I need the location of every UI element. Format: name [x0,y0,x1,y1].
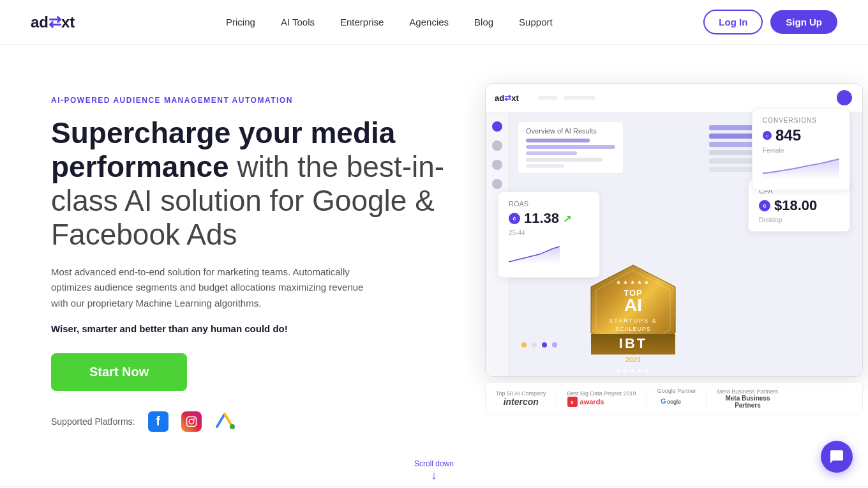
roas-chart [509,241,560,267]
mockup-logo: ad⇄xt [495,93,519,103]
award-google: Google Partner G oogle [657,388,696,409]
scroll-label: Scroll down [414,459,454,468]
scroll-arrow-icon: ↓ [431,469,437,482]
svg-text:SCALEUPS: SCALEUPS [615,326,651,332]
hero-headline: Supercharge your media performance with … [51,116,472,252]
ai-overview-card: Overview of AI Results [518,121,624,174]
svg-text:AI: AI [624,295,642,315]
cpa-sub: Desktop [759,217,839,224]
conversions-label: CONVERSIONS [763,117,839,124]
start-now-button[interactable]: Start Now [51,353,187,391]
roas-label: ROAS [509,200,589,208]
google-ads-icon [214,411,235,432]
login-button[interactable]: Log In [703,10,763,34]
nav-agencies[interactable]: Agencies [409,17,449,27]
conversions-chart [763,154,839,179]
svg-text:G: G [661,397,666,405]
hero-bold-text: Wiser, smarter and better than any human… [51,323,472,334]
sidebar-dot-1 [492,121,502,132]
hero: AI-POWERED AUDIENCE MANAGEMENT AUTOMATIO… [0,45,868,451]
nav-pricing[interactable]: Pricing [226,17,255,27]
sidebar-dot-2 [492,141,502,151]
svg-text:oogle: oogle [667,399,681,405]
scatter-dots [521,342,557,347]
svg-rect-0 [186,416,196,426]
chat-bubble[interactable] [821,441,853,473]
svg-point-1 [189,419,194,424]
awards-row: Top 50 AI Company intercon Best Big Data… [485,382,863,415]
award-eawards: Best Big Data Project 2019 e awards [567,390,636,407]
svg-point-2 [193,418,195,420]
cpa-value: c $18.00 [759,197,839,214]
nav-enterprise[interactable]: Enterprise [340,17,384,27]
award-meta: Meta Business Partners Meta BusinessPart… [717,388,779,409]
svg-text:STARTUPS &: STARTUPS & [609,317,657,324]
conversions-value: 845 [775,126,801,144]
scroll-down-section: Scroll down ↓ [0,451,868,486]
conversions-card: CONVERSIONS c 845 Female [752,109,850,190]
instagram-icon [181,411,202,432]
conversions-gender: Female [763,147,839,154]
roas-value: c 11.38 ↗ [509,210,589,227]
svg-text:★★★★★: ★★★★★ [615,367,650,374]
hero-right: ad⇄xt [472,83,837,415]
svg-text:IBT: IBT [619,335,647,351]
nav-support[interactable]: Support [519,17,553,27]
badge-svg: ★★★★★ TOP AI STARTUPS & SCALEUPS IBT 202… [588,263,678,381]
award-intercom: Top 50 AI Company intercon [496,390,546,407]
platforms-row: Supported Platforms: f [51,411,472,432]
roas-card: ROAS c 11.38 ↗ 25-44 [498,192,600,278]
logo[interactable]: ad⇄xt [31,13,75,31]
platforms-label: Supported Platforms: [51,416,135,427]
svg-text:★★★★★: ★★★★★ [615,279,650,286]
hero-left: AI-POWERED AUDIENCE MANAGEMENT AUTOMATIO… [51,83,472,432]
hero-section: AI-POWERED AUDIENCE MANAGEMENT AUTOMATIO… [0,45,868,486]
nav-links: Pricing AI Tools Enterprise Agencies Blo… [226,17,553,28]
facebook-icon: f [148,411,168,432]
hero-description: Most advanced end-to-end solution for ma… [51,264,383,312]
nav-blog[interactable]: Blog [474,17,493,27]
svg-point-3 [230,424,235,429]
svg-text:2021: 2021 [625,356,641,363]
hero-tag: AI-POWERED AUDIENCE MANAGEMENT AUTOMATIO… [51,96,472,105]
signup-button[interactable]: Sign Up [770,10,837,34]
logo-text: ad⇄xt [31,13,75,31]
nav-actions: Log In Sign Up [703,10,837,34]
award-badge: ★★★★★ TOP AI STARTUPS & SCALEUPS IBT 202… [588,263,678,383]
sidebar-dot-3 [492,160,502,170]
chat-icon [829,449,844,464]
nav-ai-tools[interactable]: AI Tools [281,17,315,27]
roas-age: 25-44 [509,229,589,236]
navbar: ad⇄xt Pricing AI Tools Enterprise Agenci… [0,0,868,45]
sidebar-dot-4 [492,179,502,189]
